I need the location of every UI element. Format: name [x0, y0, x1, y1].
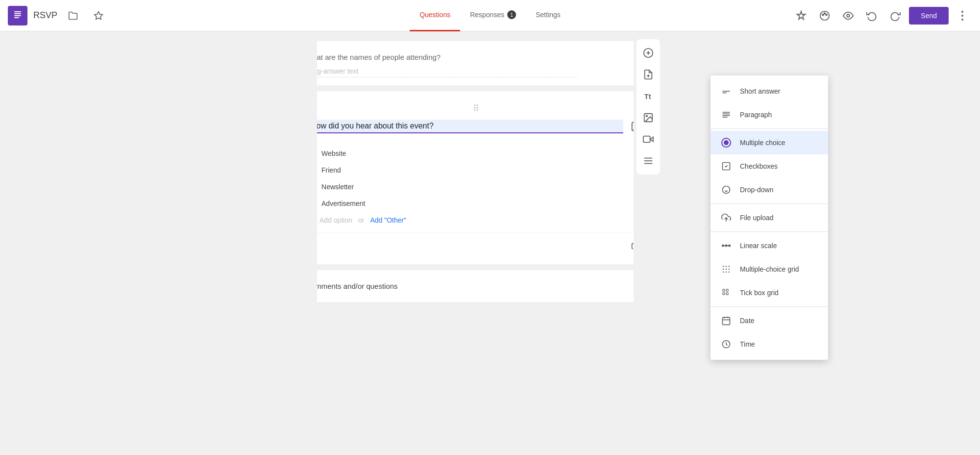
header: RSVP Questions Responses 1 Settings [0, 0, 980, 31]
menu-item-paragraph[interactable]: Paragraph [710, 103, 828, 126]
left-spacer [0, 31, 317, 455]
dropdown-icon [720, 184, 732, 196]
divider-3 [710, 231, 828, 232]
svg-point-44 [726, 266, 727, 267]
header-right: Send [791, 6, 972, 25]
radio-selected-indicator [721, 138, 731, 148]
answer-hint-names: Long-answer text [317, 67, 577, 77]
short-answer-icon [720, 85, 732, 97]
svg-point-43 [723, 266, 724, 267]
add-question-btn[interactable] [638, 43, 658, 63]
add-option-label[interactable]: Add option [319, 216, 352, 224]
header-left: RSVP [8, 6, 791, 25]
svg-point-47 [726, 269, 727, 270]
menu-label-date: Date [740, 317, 755, 325]
menu-item-multiple-choice[interactable]: Multiple choice [710, 131, 828, 154]
type-dropdown: Short answer Paragraph [710, 76, 828, 360]
tick-box-grid-icon [720, 287, 732, 299]
time-icon [720, 338, 732, 350]
svg-point-9 [847, 14, 850, 17]
svg-rect-54 [723, 293, 725, 295]
preview-icon-btn[interactable] [838, 6, 858, 25]
svg-rect-53 [726, 289, 728, 291]
svg-marker-4 [95, 11, 103, 19]
svg-rect-25 [643, 136, 650, 143]
multiple-choice-icon [720, 137, 732, 149]
svg-point-50 [726, 272, 727, 273]
drag-handle[interactable]: ⠿ [317, 103, 634, 114]
menu-item-checkboxes[interactable]: Checkboxes [710, 154, 828, 178]
main-content: What are the names of people attending? … [0, 31, 980, 455]
responses-badge: 1 [507, 10, 516, 19]
svg-point-40 [729, 245, 730, 246]
folder-icon-btn[interactable] [63, 6, 83, 25]
or-label: or [358, 216, 364, 224]
date-icon [720, 315, 732, 327]
option-friend: Friend [317, 162, 634, 178]
paragraph-icon [720, 109, 732, 121]
menu-label-multiple-choice: Multiple choice [740, 139, 785, 147]
add-title-btn[interactable]: Tt [638, 86, 658, 106]
svg-point-6 [822, 14, 824, 15]
svg-rect-2 [14, 15, 21, 16]
card-comments: Comments and/or questions [317, 270, 634, 302]
add-section-btn[interactable] [638, 151, 658, 171]
svg-rect-56 [723, 317, 730, 325]
menu-item-tick-box-grid[interactable]: Tick box grid [710, 281, 828, 304]
divider-2 [710, 203, 828, 204]
svg-point-48 [729, 269, 730, 270]
menu-label-linear-scale: Linear scale [740, 242, 777, 250]
menu-item-date[interactable]: Date [710, 309, 828, 332]
menu-label-time: Time [740, 340, 755, 348]
question-input-row [317, 118, 634, 135]
form-area: What are the names of people attending? … [317, 31, 634, 455]
star-wand-icon-btn[interactable] [791, 6, 811, 25]
add-image-section-btn[interactable] [638, 108, 658, 127]
palette-icon-btn[interactable] [815, 6, 834, 25]
add-image-btn[interactable] [627, 118, 634, 135]
menu-item-dropdown[interactable]: Drop-down [710, 178, 828, 202]
linear-scale-icon [720, 240, 732, 252]
svg-marker-24 [650, 137, 653, 141]
redo-icon-btn[interactable] [885, 6, 905, 25]
menu-item-time[interactable]: Time [710, 332, 828, 356]
app-icon [8, 6, 27, 25]
menu-item-mc-grid[interactable]: Multiple-choice grid [710, 257, 828, 281]
add-video-btn[interactable] [638, 129, 658, 149]
menu-item-file-upload[interactable]: File upload [710, 206, 828, 229]
svg-point-12 [961, 19, 963, 21]
menu-item-linear-scale[interactable]: Linear scale [710, 234, 828, 257]
header-tabs: Questions Responses 1 Settings [410, 0, 570, 31]
option-newsletter: Newsletter [317, 178, 634, 195]
svg-point-10 [961, 11, 963, 13]
tab-settings[interactable]: Settings [526, 0, 570, 31]
menu-label-paragraph: Paragraph [740, 111, 772, 119]
import-questions-btn[interactable] [638, 65, 658, 84]
undo-icon-btn[interactable] [862, 6, 882, 25]
right-sidebar: Tt [634, 31, 663, 455]
svg-point-11 [961, 15, 963, 17]
card-footer [317, 232, 634, 256]
svg-text:Tt: Tt [644, 93, 651, 101]
svg-point-46 [723, 269, 724, 270]
app-title: RSVP [33, 10, 57, 21]
option-website: Website [317, 145, 634, 162]
question-input[interactable] [317, 120, 623, 133]
divider-1 [710, 128, 828, 129]
tab-questions[interactable]: Questions [410, 0, 460, 31]
menu-label-mc-grid: Multiple-choice grid [740, 265, 799, 273]
divider-4 [710, 306, 828, 307]
svg-rect-3 [14, 17, 19, 18]
copy-button[interactable] [627, 239, 634, 256]
card-names: What are the names of people attending? … [317, 41, 634, 85]
star-icon-btn[interactable] [89, 6, 108, 25]
menu-label-dropdown: Drop-down [740, 186, 773, 194]
svg-point-38 [722, 245, 724, 246]
add-other-link[interactable]: Add "Other" [370, 216, 406, 224]
card-event: ⠿ Website Friend [317, 91, 634, 264]
send-button[interactable]: Send [909, 7, 949, 25]
tab-responses[interactable]: Responses 1 [460, 0, 526, 31]
menu-item-short-answer[interactable]: Short answer [710, 79, 828, 103]
svg-point-49 [723, 272, 724, 273]
more-icon-btn[interactable] [953, 6, 972, 25]
